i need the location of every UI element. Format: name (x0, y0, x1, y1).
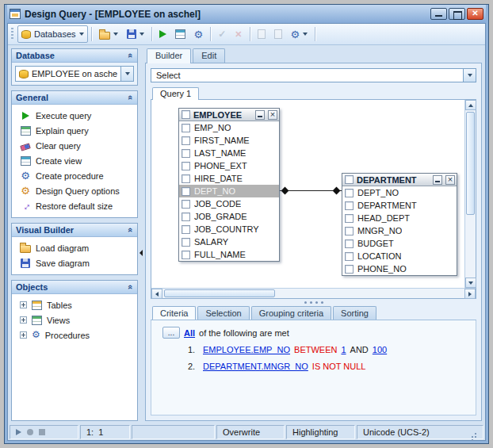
expand-icon[interactable] (20, 301, 27, 308)
combo-dropdown-button[interactable] (463, 69, 476, 82)
column-checkbox[interactable] (182, 187, 190, 196)
diagram-canvas[interactable]: EMPLOYEE EMP_NO FIRST_NAME LAST_NAME (151, 100, 464, 288)
column-row[interactable]: BUDGET (342, 237, 457, 250)
column-checkbox[interactable] (182, 149, 190, 158)
canvas-horizontal-scrollbar[interactable] (151, 288, 476, 298)
column-checkbox[interactable] (345, 265, 354, 274)
apply-button[interactable] (214, 25, 230, 43)
save-button[interactable] (123, 25, 148, 43)
column-row[interactable]: FIRST_NAME (179, 134, 279, 147)
sidebar-item-create-view[interactable]: Create view (12, 153, 137, 168)
table-window-employee[interactable]: EMPLOYEE EMP_NO FIRST_NAME LAST_NAME (178, 108, 280, 262)
tab-builder[interactable]: Builder (147, 48, 191, 63)
table-checkbox[interactable] (345, 175, 354, 184)
minimize-table-icon[interactable] (255, 110, 265, 120)
column-checkbox[interactable] (182, 251, 190, 259)
join-diamond-right[interactable] (333, 187, 341, 195)
tab-criteria[interactable]: Criteria (152, 306, 196, 320)
join-diamond-left[interactable] (281, 187, 289, 195)
column-checkbox[interactable] (345, 214, 354, 223)
statusbar-highlighting[interactable]: Highlighting (286, 425, 355, 439)
all-any-link[interactable]: All (184, 328, 195, 338)
open-button[interactable] (95, 25, 122, 43)
paste-button[interactable] (270, 25, 286, 43)
tab-selection[interactable]: Selection (197, 306, 249, 320)
column-checkbox[interactable] (182, 200, 190, 209)
database-select[interactable]: EMPLOYEE on aschel (15, 66, 134, 82)
macro-stop-icon[interactable] (39, 429, 45, 435)
execute-query-button[interactable] (155, 25, 170, 43)
query-type-select[interactable]: Select (151, 68, 476, 82)
objects-section-header[interactable]: Objects (12, 281, 137, 294)
database-section-header[interactable]: Database (12, 49, 137, 63)
expand-icon[interactable] (20, 316, 27, 324)
column-row[interactable]: HEAD_DEPT (342, 212, 457, 224)
table-window-header[interactable]: EMPLOYEE (179, 109, 279, 121)
criteria-value-link[interactable]: 1 (341, 345, 346, 354)
minimize-table-icon[interactable] (433, 175, 442, 185)
collapse-left-arrow-icon[interactable] (139, 250, 143, 256)
sidebar-item-design-query-options[interactable]: Design Query options (12, 183, 137, 198)
canvas-vertical-scrollbar[interactable] (464, 100, 476, 288)
column-checkbox[interactable] (182, 136, 190, 145)
tools-button[interactable] (287, 25, 312, 43)
expand-icon[interactable] (20, 331, 27, 339)
tab-edit[interactable]: Edit (193, 48, 225, 63)
column-row[interactable]: JOB_CODE (179, 197, 279, 210)
criteria-operator[interactable]: IS NOT NULL (312, 362, 366, 371)
column-row-highlighted[interactable]: DEPT_NO (179, 185, 279, 197)
close-table-icon[interactable] (445, 175, 455, 185)
column-checkbox[interactable] (182, 174, 190, 183)
criteria-splitter[interactable] (151, 299, 476, 306)
sidebar-splitter[interactable] (138, 48, 145, 421)
column-row[interactable]: EMP_NO (179, 121, 279, 134)
visual-builder-section-header[interactable]: Visual Builder (12, 224, 137, 237)
statusbar-encoding[interactable]: Unicode (UCS-2) (357, 425, 483, 439)
sidebar-item-explain-query[interactable]: Explain query (12, 123, 137, 138)
criteria-row-number[interactable]: 1. (188, 345, 199, 354)
sidebar-item-create-procedure[interactable]: Create procedure (12, 168, 137, 183)
column-checkbox[interactable] (182, 124, 190, 132)
scroll-up-button[interactable] (465, 100, 476, 110)
column-row[interactable]: SALARY (179, 235, 279, 248)
sidebar-item-execute-query[interactable]: Execute query (12, 108, 137, 123)
criteria-value-link[interactable]: 100 (373, 345, 387, 354)
column-row[interactable]: PHONE_EXT (179, 159, 279, 172)
sidebar-item-clear-query[interactable]: Clear query (12, 138, 137, 153)
scroll-down-button[interactable] (465, 278, 476, 288)
macro-record-icon[interactable] (27, 429, 33, 435)
column-row[interactable]: JOB_GRADE (179, 210, 279, 223)
table-window-header[interactable]: DEPARTMENT (342, 174, 457, 186)
databases-button[interactable]: Databases (17, 25, 88, 43)
table-window-department[interactable]: DEPARTMENT DEPT_NO DEPARTMENT HEAD_DEPT (342, 173, 457, 276)
criteria-row-number[interactable]: 2. (188, 362, 199, 371)
statusbar-insert-mode[interactable]: Overwrite (216, 425, 285, 439)
sidebar-item-load-diagram[interactable]: Load diagram (12, 240, 137, 255)
criteria-operator[interactable]: BETWEEN (294, 345, 337, 354)
column-row[interactable]: JOB_COUNTRY (179, 223, 279, 235)
column-row[interactable]: DEPARTMENT (342, 199, 457, 212)
tab-sorting[interactable]: Sorting (333, 306, 376, 320)
sidebar-item-restore-default-size[interactable]: Restore default size (12, 198, 137, 213)
column-row[interactable]: DEPT_NO (342, 186, 457, 199)
tab-grouping-criteria[interactable]: Grouping criteria (251, 306, 331, 320)
close-table-icon[interactable] (268, 110, 277, 120)
tree-item-tables[interactable]: Tables (12, 297, 137, 312)
cancel-button[interactable] (231, 25, 246, 43)
sidebar-item-save-diagram[interactable]: Save diagram (12, 255, 137, 270)
criteria-field-link[interactable]: EMPLOYEE.EMP_NO (203, 345, 290, 354)
scrollbar-track[interactable] (162, 289, 464, 298)
criteria-menu-button[interactable]: ... (162, 327, 180, 339)
combo-dropdown-button[interactable] (120, 67, 133, 81)
column-row[interactable]: FULL_NAME (179, 248, 279, 261)
column-checkbox[interactable] (345, 227, 354, 235)
macro-play-icon[interactable] (16, 429, 21, 435)
column-row[interactable]: LOCATION (342, 250, 457, 262)
column-checkbox[interactable] (345, 189, 354, 197)
column-checkbox[interactable] (345, 252, 354, 261)
minimize-button[interactable] (430, 8, 447, 20)
copy-button[interactable] (254, 25, 269, 43)
column-row[interactable]: MNGR_NO (342, 224, 457, 237)
column-checkbox[interactable] (182, 225, 190, 234)
scrollbar-track[interactable] (465, 110, 476, 278)
